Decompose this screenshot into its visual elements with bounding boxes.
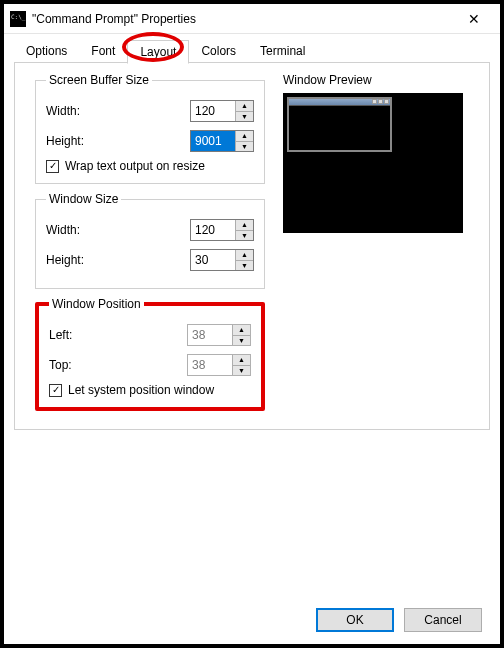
spin-down-icon[interactable]: ▼ <box>236 231 253 241</box>
winpos-top-label: Top: <box>49 358 72 372</box>
spin-up-icon: ▲ <box>233 355 250 366</box>
winpos-top-input <box>188 355 232 375</box>
buffer-width-label: Width: <box>46 104 80 118</box>
title-bar: "Command Prompt" Properties ✕ <box>4 4 500 34</box>
spin-down-icon: ▼ <box>233 366 250 376</box>
cancel-button[interactable]: Cancel <box>404 608 482 632</box>
window-position-group: Window Position Left: ▲▼ Top: ▲▼ ✓ Let s… <box>35 297 265 411</box>
spin-down-icon[interactable]: ▼ <box>236 261 253 271</box>
spinner-buttons[interactable]: ▲▼ <box>235 220 253 240</box>
winsize-width-input[interactable] <box>191 220 235 240</box>
system-position-label: Let system position window <box>68 383 214 397</box>
tab-options[interactable]: Options <box>14 40 79 63</box>
winsize-height-spinner[interactable]: ▲▼ <box>190 249 254 271</box>
spin-up-icon[interactable]: ▲ <box>236 131 253 142</box>
spinner-buttons[interactable]: ▲▼ <box>235 101 253 121</box>
window-preview <box>283 93 463 233</box>
window-size-legend: Window Size <box>46 192 121 206</box>
spinner-buttons: ▲▼ <box>232 325 250 345</box>
window-position-legend: Window Position <box>49 297 144 311</box>
spin-up-icon[interactable]: ▲ <box>236 250 253 261</box>
spin-up-icon: ▲ <box>233 325 250 336</box>
winpos-left-input <box>188 325 232 345</box>
winpos-left-label: Left: <box>49 328 72 342</box>
buffer-width-input[interactable] <box>191 101 235 121</box>
spin-down-icon[interactable]: ▼ <box>236 142 253 152</box>
tab-strip: Options Font Layout Colors Terminal <box>4 34 500 63</box>
window-size-group: Window Size Width: ▲▼ Height: ▲▼ <box>35 192 265 289</box>
tab-content: Screen Buffer Size Width: ▲▼ Height: ▲▼ … <box>14 63 490 430</box>
winpos-top-spinner: ▲▼ <box>187 354 251 376</box>
winsize-height-label: Height: <box>46 253 84 267</box>
spinner-buttons[interactable]: ▲▼ <box>235 131 253 151</box>
preview-label: Window Preview <box>283 73 463 87</box>
window-title: "Command Prompt" Properties <box>32 12 454 26</box>
buffer-height-input[interactable] <box>191 131 235 151</box>
cmd-icon <box>10 11 26 27</box>
spinner-buttons: ▲▼ <box>232 355 250 375</box>
winsize-height-input[interactable] <box>191 250 235 270</box>
tab-terminal[interactable]: Terminal <box>248 40 317 63</box>
winsize-width-spinner[interactable]: ▲▼ <box>190 219 254 241</box>
winpos-left-spinner: ▲▼ <box>187 324 251 346</box>
spin-down-icon: ▼ <box>233 336 250 346</box>
wrap-checkbox[interactable]: ✓ <box>46 160 59 173</box>
wrap-label: Wrap text output on resize <box>65 159 205 173</box>
ok-button[interactable]: OK <box>316 608 394 632</box>
buffer-height-spinner[interactable]: ▲▼ <box>190 130 254 152</box>
buffer-width-spinner[interactable]: ▲▼ <box>190 100 254 122</box>
spin-up-icon[interactable]: ▲ <box>236 101 253 112</box>
buffer-height-label: Height: <box>46 134 84 148</box>
screen-buffer-group: Screen Buffer Size Width: ▲▼ Height: ▲▼ … <box>35 73 265 184</box>
system-position-checkbox[interactable]: ✓ <box>49 384 62 397</box>
spin-down-icon[interactable]: ▼ <box>236 112 253 122</box>
close-button[interactable]: ✕ <box>454 5 494 33</box>
tab-font[interactable]: Font <box>79 40 127 63</box>
spinner-buttons[interactable]: ▲▼ <box>235 250 253 270</box>
winsize-width-label: Width: <box>46 223 80 237</box>
tab-layout[interactable]: Layout <box>127 40 189 64</box>
button-bar: OK Cancel <box>316 608 482 632</box>
spin-up-icon[interactable]: ▲ <box>236 220 253 231</box>
preview-mini-window <box>287 97 392 152</box>
screen-buffer-legend: Screen Buffer Size <box>46 73 152 87</box>
tab-colors[interactable]: Colors <box>189 40 248 63</box>
